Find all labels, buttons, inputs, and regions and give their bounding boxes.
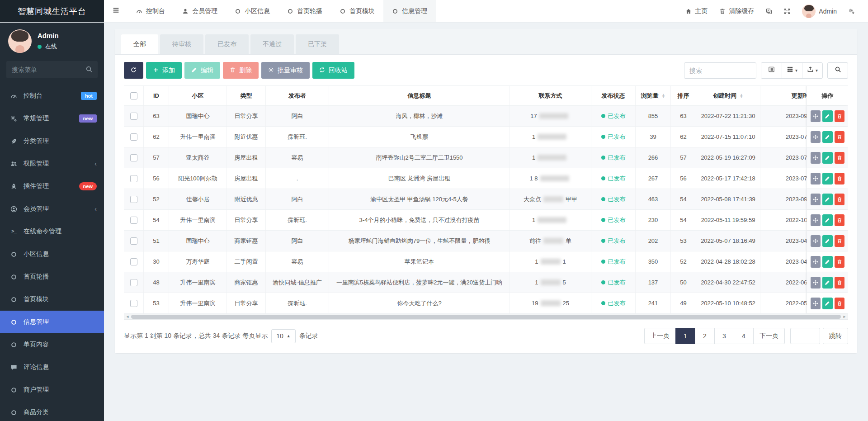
add-button[interactable]: 添加 <box>146 62 182 79</box>
refresh-button[interactable] <box>124 62 143 79</box>
sidebar-item-8[interactable]: 小区信息 <box>0 243 104 265</box>
sidebar-item-7[interactable]: >_在线命令管理 <box>0 220 104 243</box>
topnav-item-5[interactable]: 首页模块 <box>331 0 383 22</box>
search-submit-button[interactable] <box>827 62 848 79</box>
delete-row-button[interactable] <box>835 235 844 247</box>
edit-row-button[interactable] <box>822 256 832 268</box>
prev-page-button[interactable]: 上一页 <box>644 328 676 344</box>
column-header-创建时间[interactable]: 创建时间▲▼ <box>696 86 760 105</box>
topnav-item-1[interactable]: 控制台 <box>127 0 174 22</box>
sidebar-item-4[interactable]: 权限管理‹ <box>0 152 104 175</box>
move-row-button[interactable] <box>811 194 821 205</box>
scroll-left-arrow[interactable]: ◄ <box>124 314 131 319</box>
row-checkbox[interactable] <box>130 258 137 265</box>
move-row-button[interactable] <box>811 214 821 226</box>
sidebar-toggle-button[interactable] <box>104 0 127 22</box>
edit-row-button[interactable] <box>822 131 832 143</box>
jump-button[interactable]: 跳转 <box>823 328 848 344</box>
move-row-button[interactable] <box>811 235 821 247</box>
page-button-2[interactable]: 2 <box>695 328 715 344</box>
move-row-button[interactable] <box>811 298 821 309</box>
row-checkbox[interactable] <box>130 300 137 307</box>
row-checkbox[interactable] <box>130 196 137 203</box>
sidebar-item-15[interactable]: 商品分类 <box>0 401 104 421</box>
next-page-button[interactable]: 下一页 <box>753 328 785 344</box>
jump-page-input[interactable] <box>790 328 820 344</box>
user-menu[interactable]: Admin <box>796 0 843 22</box>
move-row-button[interactable] <box>811 173 821 184</box>
edit-row-button[interactable] <box>822 235 832 247</box>
move-row-button[interactable] <box>811 110 821 122</box>
topnav-item-2[interactable]: 会员管理 <box>174 0 226 22</box>
sidebar-search-input[interactable] <box>6 61 98 78</box>
home-link[interactable]: 主页 <box>679 0 713 22</box>
sidebar-item-12[interactable]: 单页内容 <box>0 333 104 356</box>
row-checkbox[interactable] <box>130 154 137 161</box>
row-checkbox[interactable] <box>130 175 137 182</box>
row-checkbox[interactable] <box>130 237 137 245</box>
edit-row-button[interactable] <box>822 152 832 164</box>
delete-button[interactable]: 删除 <box>223 62 259 79</box>
scrollbar-thumb[interactable] <box>131 315 841 319</box>
delete-row-button[interactable] <box>835 110 844 122</box>
export-button[interactable]: ▾ <box>802 63 822 78</box>
scroll-right-arrow[interactable]: ► <box>841 314 848 319</box>
tab-1[interactable]: 全部 <box>121 34 158 54</box>
edit-row-button[interactable] <box>822 277 832 289</box>
sidebar-item-2[interactable]: 常规管理new <box>0 107 104 130</box>
delete-row-button[interactable] <box>835 194 844 205</box>
tab-2[interactable]: 待审核 <box>160 34 203 54</box>
edit-row-button[interactable] <box>822 194 832 205</box>
clear-cache-button[interactable]: 清除缓存 <box>713 0 760 22</box>
page-button-1[interactable]: 1 <box>675 328 695 344</box>
language-button[interactable] <box>760 0 778 22</box>
settings-button[interactable] <box>843 0 861 22</box>
delete-row-button[interactable] <box>835 298 844 309</box>
edit-row-button[interactable] <box>822 110 832 122</box>
select-all-checkbox[interactable] <box>130 92 137 99</box>
edit-row-button[interactable] <box>822 298 832 309</box>
sidebar-item-13[interactable]: 评论信息 <box>0 356 104 378</box>
move-row-button[interactable] <box>811 131 821 143</box>
topnav-item-4[interactable]: 首页轮播 <box>278 0 331 22</box>
sidebar-item-10[interactable]: 首页模块 <box>0 288 104 311</box>
topnav-item-6[interactable]: 信息管理 <box>383 0 436 22</box>
row-checkbox[interactable] <box>130 217 137 224</box>
sidebar-item-6[interactable]: 会员管理‹ <box>0 198 104 220</box>
sidebar-item-11[interactable]: 信息管理 <box>0 311 104 333</box>
column-header-浏览量[interactable]: 浏览量▲▼ <box>636 86 671 105</box>
delete-row-button[interactable] <box>835 152 844 164</box>
batch-audit-button[interactable]: 批量审核 <box>261 62 310 79</box>
edit-row-button[interactable] <box>822 214 832 226</box>
edit-button[interactable]: 编辑 <box>184 62 220 79</box>
row-checkbox[interactable] <box>130 133 137 141</box>
row-checkbox[interactable] <box>130 113 137 120</box>
move-row-button[interactable] <box>811 277 821 289</box>
sidebar-item-5[interactable]: 插件管理new <box>0 175 104 198</box>
delete-row-button[interactable] <box>835 173 844 184</box>
tab-4[interactable]: 不通过 <box>250 34 294 54</box>
sidebar-item-9[interactable]: 首页轮播 <box>0 265 104 288</box>
sidebar-item-3[interactable]: 分类管理 <box>0 130 104 152</box>
sidebar-item-14[interactable]: 商户管理 <box>0 378 104 401</box>
page-size-select[interactable]: 10 ▲ <box>271 329 296 343</box>
move-row-button[interactable] <box>811 256 821 268</box>
tab-3[interactable]: 已发布 <box>205 34 249 54</box>
table-search-input[interactable] <box>684 62 756 79</box>
delete-row-button[interactable] <box>835 214 844 226</box>
row-checkbox[interactable] <box>130 279 137 286</box>
topnav-item-3[interactable]: 小区信息 <box>226 0 278 22</box>
detail-view-button[interactable] <box>761 63 782 78</box>
columns-button[interactable]: ▾ <box>782 63 802 78</box>
recycle-bin-button[interactable]: 回收站 <box>312 62 354 79</box>
tab-5[interactable]: 已下架 <box>296 34 339 54</box>
move-row-button[interactable] <box>811 152 821 164</box>
page-button-3[interactable]: 3 <box>714 328 734 344</box>
sidebar-item-1[interactable]: 控制台hot <box>0 85 104 107</box>
delete-row-button[interactable] <box>835 256 844 268</box>
delete-row-button[interactable] <box>835 277 844 289</box>
fullscreen-button[interactable] <box>778 0 796 22</box>
delete-row-button[interactable] <box>835 131 844 143</box>
edit-row-button[interactable] <box>822 173 832 184</box>
page-button-4[interactable]: 4 <box>734 328 754 344</box>
